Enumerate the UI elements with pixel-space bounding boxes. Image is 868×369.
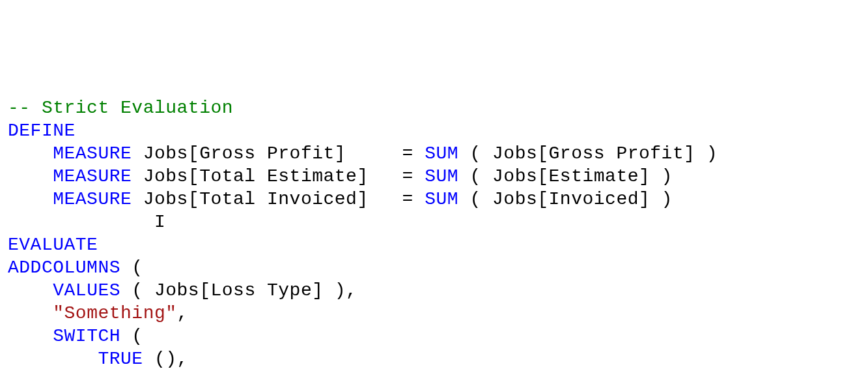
func-sum-1: SUM xyxy=(425,143,458,164)
func-sum-3: SUM xyxy=(425,189,458,209)
func-switch: SWITCH xyxy=(53,326,120,346)
code-editor[interactable]: -- Strict Evaluation DEFINE MEASURE Jobs… xyxy=(8,96,860,369)
indent xyxy=(8,326,53,346)
keyword-measure: MEASURE xyxy=(8,189,132,209)
sum-args-1: ( Jobs[Gross Profit] ) xyxy=(458,143,718,164)
string-something: "Something" xyxy=(53,303,176,323)
func-true: TRUE xyxy=(98,349,143,369)
paren-open-1: ( xyxy=(120,258,143,278)
measure-decl-1: Jobs[Gross Profit] = xyxy=(132,143,425,164)
indent xyxy=(8,303,53,323)
code-comment: -- Strict Evaluation xyxy=(8,98,233,118)
measure-decl-3: Jobs[Total Invoiced] = xyxy=(132,189,425,209)
keyword-measure: MEASURE xyxy=(8,143,132,164)
paren-open-2: ( xyxy=(120,326,143,346)
comma: , xyxy=(177,303,188,323)
blank-line-cursor: I xyxy=(8,212,165,232)
measure-decl-2: Jobs[Total Estimate] = xyxy=(132,166,425,186)
func-sum-2: SUM xyxy=(425,166,458,186)
indent xyxy=(8,280,53,301)
keyword-evaluate: EVALUATE xyxy=(8,235,98,255)
keyword-measure: MEASURE xyxy=(8,166,132,186)
func-addcolumns: ADDCOLUMNS xyxy=(8,258,120,278)
sum-args-2: ( Jobs[Estimate] ) xyxy=(458,166,673,186)
func-values: VALUES xyxy=(53,280,120,301)
true-rest: (), xyxy=(143,349,188,369)
keyword-define: DEFINE xyxy=(8,121,76,141)
indent xyxy=(8,349,98,369)
sum-args-3: ( Jobs[Invoiced] ) xyxy=(458,189,673,209)
values-args: ( Jobs[Loss Type] ), xyxy=(120,280,357,301)
